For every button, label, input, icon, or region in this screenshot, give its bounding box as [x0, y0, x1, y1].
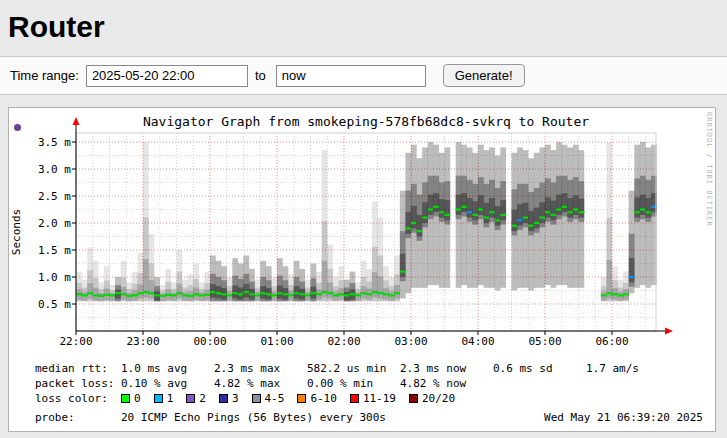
median-tick — [478, 208, 484, 210]
median-tick — [316, 293, 322, 295]
median-tick — [193, 293, 199, 295]
median-tick — [612, 293, 618, 295]
median-tick — [484, 217, 490, 219]
median-stat: 1.0 ms avg — [121, 361, 214, 376]
probe-row: probe: 20 ICMP Echo Pings (56 Bytes) eve… — [35, 410, 709, 425]
median-tick — [383, 293, 389, 295]
loss-color-value: 2 — [199, 392, 206, 405]
median-tick — [556, 208, 562, 210]
median-tick — [350, 293, 356, 295]
packet-loss-label: packet loss: — [35, 376, 121, 391]
loss-color-key: 2 — [186, 391, 206, 406]
smokeping-navigator-graph[interactable]: Navigator Graph from smokeping-578fb68dc… — [9, 111, 715, 355]
loss-color-value: 4-5 — [265, 392, 285, 405]
median-tick — [623, 293, 629, 295]
median-tick — [165, 294, 171, 296]
graph-panel: RRDTOOL / TOBI OETIKER Navigator Graph f… — [8, 107, 716, 432]
packet-loss-stat: 0.00 % min — [307, 376, 400, 391]
median-stat: 2.3 ms now — [400, 361, 493, 376]
x-tick-label: 23:00 — [126, 335, 159, 348]
median-tick — [400, 271, 406, 273]
median-tick — [495, 219, 501, 221]
loss-color-key: 0 — [121, 391, 141, 406]
to-label: to — [255, 68, 266, 83]
median-tick — [405, 227, 411, 229]
y-tick-label: 0.5 m — [38, 298, 71, 311]
packet-loss-stat: 4.82 % now — [400, 376, 493, 391]
y-tick-label: 3.0 m — [38, 163, 71, 176]
y-tick-label: 3.5 m — [38, 136, 71, 149]
median-tick — [517, 219, 523, 221]
median-tick — [411, 222, 417, 224]
median-tick — [433, 206, 439, 208]
median-tick — [266, 293, 272, 295]
median-tick — [338, 293, 344, 295]
median-tick — [199, 294, 205, 296]
loss-color-value: 20/20 — [422, 392, 455, 405]
median-tick — [456, 208, 462, 210]
median-tick — [539, 217, 545, 219]
y-axis-label: Seconds — [10, 209, 23, 255]
median-tick — [366, 293, 372, 295]
median-tick — [606, 292, 612, 294]
median-tick — [132, 294, 138, 296]
median-tick — [299, 293, 305, 295]
start-time-input[interactable] — [86, 65, 248, 87]
median-stat: 1.7 am/s — [586, 361, 679, 376]
median-tick — [629, 276, 635, 278]
median-tick — [121, 293, 127, 295]
median-tick — [115, 292, 121, 294]
median-tick — [143, 291, 149, 293]
y-tick-label: 1.5 m — [38, 244, 71, 257]
graph-title: Navigator Graph from smokeping-578fb68dc… — [143, 114, 589, 129]
median-label: median rtt: — [35, 361, 121, 376]
loss-color-row: loss color:01234-56-1011-1920/20 — [35, 391, 709, 406]
loss-color-value: 1 — [167, 392, 174, 405]
median-tick — [551, 214, 557, 216]
median-tick — [445, 214, 451, 216]
marker-dot-icon — [14, 124, 21, 131]
loss-color-value: 6-10 — [310, 392, 337, 405]
median-row: median rtt:1.0 ms avg2.3 ms max582.2 us … — [35, 361, 709, 376]
x-tick-label: 00:00 — [193, 335, 226, 348]
probe-label: probe: — [35, 410, 121, 425]
median-stat: 582.2 us min — [307, 361, 400, 376]
median-tick — [238, 293, 244, 295]
time-range-label: Time range: — [10, 68, 79, 83]
median-tick — [322, 291, 328, 293]
loss-color-key: 4-5 — [252, 391, 285, 406]
loss-color-swatch — [409, 394, 418, 403]
median-tick — [227, 294, 233, 296]
median-tick — [640, 208, 646, 210]
median-tick — [188, 295, 194, 297]
median-tick — [579, 211, 585, 213]
median-tick — [417, 230, 423, 232]
loss-color-key: 6-10 — [297, 391, 337, 406]
median-tick — [618, 294, 624, 296]
median-tick — [171, 294, 177, 296]
median-tick — [305, 294, 311, 296]
median-tick — [512, 225, 518, 227]
median-tick — [646, 211, 652, 213]
median-tick — [439, 211, 445, 213]
median-tick — [545, 211, 551, 213]
median-tick — [110, 294, 116, 296]
loss-color-key: 11-19 — [350, 391, 396, 406]
x-tick-label: 06:00 — [595, 335, 628, 348]
loss-color-label: loss color: — [35, 391, 121, 406]
median-tick — [277, 292, 283, 294]
y-tick-label: 1.0 m — [38, 271, 71, 284]
graph-legend: median rtt:1.0 ms avg2.3 ms max582.2 us … — [9, 359, 715, 425]
packet-loss-stat: 4.82 % max — [214, 376, 307, 391]
end-time-input[interactable] — [276, 65, 426, 87]
median-tick — [244, 291, 250, 293]
median-tick — [294, 292, 300, 294]
median-tick — [461, 206, 467, 208]
generate-button[interactable]: Generate! — [443, 64, 525, 87]
loss-color-value: 0 — [134, 392, 141, 405]
median-tick — [394, 292, 400, 294]
median-tick — [126, 295, 132, 297]
median-tick — [255, 294, 261, 296]
median-tick — [204, 294, 210, 296]
loss-color-swatch — [121, 394, 130, 403]
